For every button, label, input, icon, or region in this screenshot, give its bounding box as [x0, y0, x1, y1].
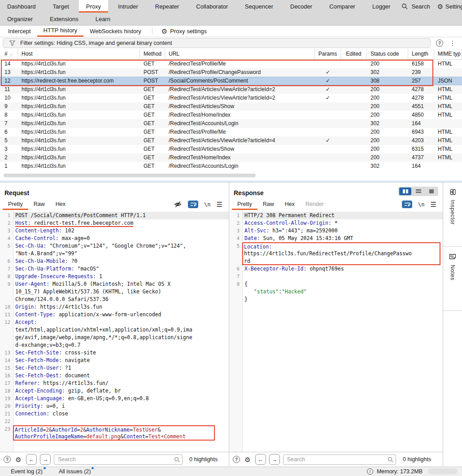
- gear-icon[interactable]: ⚙: [14, 455, 23, 464]
- response-tab-pretty[interactable]: Pretty: [232, 199, 257, 210]
- layout-single-button[interactable]: [425, 188, 437, 195]
- sidebar-tab-inspector[interactable]: Inspector: [443, 183, 462, 247]
- col-length[interactable]: Length: [408, 49, 434, 59]
- sort-chevron-icon: ⌄: [9, 52, 13, 56]
- editor-menu-icon[interactable]: ☰: [431, 201, 436, 209]
- table-row[interactable]: 9https://4rt1cl3s.funGET/RedirectTest/Ar…: [0, 102, 462, 111]
- event-log-button[interactable]: Event log (2): [11, 468, 43, 475]
- response-tab-render[interactable]: Render: [300, 199, 329, 210]
- editor-line: 18Accept-Encoding: gzip, deflate, br: [0, 387, 229, 395]
- filter-settings-button[interactable]: Filter settings: Hiding CSS, image and g…: [3, 38, 431, 48]
- editor-line: "Not-A.Brand";v="99": [0, 250, 229, 258]
- tab-target[interactable]: Target: [46, 0, 76, 13]
- table-row[interactable]: 8https://4rt1cl3s.funGET/RedirectTest/Ho…: [0, 111, 462, 119]
- info-icon[interactable]: i: [367, 468, 373, 475]
- scrollbar-thumb[interactable]: [4, 174, 256, 177]
- tab-repeater[interactable]: Repeater: [148, 0, 186, 13]
- table-cell: https://4rt1cl3s.fun: [18, 112, 140, 118]
- help-icon[interactable]: ?: [233, 456, 240, 463]
- editor-line: 2Host: redirect-test.free.beeceptor.com: [0, 219, 229, 227]
- table-cell: /RedirectTest/Articles/ViewArticle?artic…: [165, 86, 315, 92]
- wrap-lines-button[interactable]: [188, 201, 198, 208]
- request-editor[interactable]: 1POST /Social/Comments/PostComment HTTP/…: [0, 210, 229, 452]
- tab-websockets-history[interactable]: WebSockets history: [83, 26, 148, 37]
- col-host[interactable]: Host: [18, 49, 140, 59]
- main-nav: DashboardTargetProxyIntruderRepeaterColl…: [0, 0, 462, 26]
- response-editor[interactable]: 1HTTP/2 308 Permanent Redirect2Access-Co…: [229, 210, 443, 452]
- table-row[interactable]: 5https://4rt1cl3s.funGET/RedirectTest/Ar…: [0, 136, 462, 145]
- tab-sequencer[interactable]: Sequencer: [238, 0, 280, 13]
- table-row[interactable]: 3https://4rt1cl3s.funGET/RedirectTest/Ar…: [0, 145, 462, 153]
- layout-columns-button[interactable]: [399, 188, 411, 195]
- response-tab-hex[interactable]: Hex: [279, 199, 300, 210]
- http-history-table[interactable]: #⌄ Host Method URL Params Edited Status …: [0, 49, 462, 181]
- table-row[interactable]: 1https://4rt1cl3s.funGET/RedirectTest/Ac…: [0, 162, 462, 170]
- editor-line: 5Sec-Ch-Ua: "Chromium";v="124", "Google …: [0, 242, 229, 250]
- table-row[interactable]: 7https://4rt1cl3s.funGET/RedirectTest/Ac…: [0, 119, 462, 128]
- next-match-button[interactable]: →: [40, 454, 51, 465]
- col-params[interactable]: Params: [315, 49, 341, 59]
- tab-learn[interactable]: Learn: [88, 13, 118, 25]
- table-row[interactable]: 14https://4rt1cl3s.funGET/RedirectTest/P…: [0, 60, 462, 68]
- editor-line: text/html,application/xhtml+xml,applicat…: [0, 326, 229, 334]
- eye-slash-icon[interactable]: [173, 200, 182, 209]
- table-row[interactable]: 11https://4rt1cl3s.funGET/RedirectTest/A…: [0, 85, 462, 94]
- tab-proxy-settings[interactable]: ⚙ Proxy settings: [157, 26, 211, 37]
- request-tab-pretty[interactable]: Pretty: [3, 199, 28, 210]
- table-cell: GET: [140, 86, 165, 92]
- request-search-input[interactable]: [54, 454, 183, 465]
- request-tab-hex[interactable]: Hex: [50, 199, 71, 210]
- global-settings[interactable]: ⚙ Settings: [437, 3, 462, 10]
- tab-dashboard[interactable]: Dashboard: [0, 0, 43, 13]
- tab-logger[interactable]: Logger: [365, 0, 397, 13]
- col-number[interactable]: #⌄: [0, 49, 18, 59]
- kebab-menu-icon[interactable]: ⋮: [449, 40, 456, 46]
- editor-line: 2Access-Control-Allow-Origin: *: [229, 219, 443, 227]
- newline-toggle-icon[interactable]: \n: [204, 201, 210, 208]
- table-horizontal-scrollbar[interactable]: [0, 170, 462, 181]
- sidebar-tab-notes[interactable]: Notes: [443, 247, 462, 311]
- tab-collaborator[interactable]: Collaborator: [189, 0, 235, 13]
- all-issues-button[interactable]: All issues (2): [59, 468, 91, 475]
- table-row[interactable]: 10https://4rt1cl3s.funGET/RedirectTest/A…: [0, 94, 462, 102]
- response-tab-raw[interactable]: Raw: [257, 199, 279, 210]
- editor-menu-icon[interactable]: ☰: [217, 201, 222, 209]
- editor-line: 6Sec-Ch-Ua-Mobile: ?0: [0, 258, 229, 265]
- prev-match-button[interactable]: ←: [255, 454, 266, 465]
- col-status[interactable]: Status code: [367, 49, 408, 59]
- newline-toggle-icon[interactable]: \n: [418, 201, 424, 208]
- table-cell: 200: [367, 61, 408, 67]
- col-method[interactable]: Method: [140, 49, 165, 59]
- editor-line: https://4rt1cl3s.fun/RedirectTest/Profil…: [229, 250, 443, 258]
- table-cell: /RedirectTest/Articles/ViewArticle?artic…: [165, 95, 315, 101]
- editor-line: 10Origin: https://4rt1cl3s.fun: [0, 303, 229, 311]
- next-match-button[interactable]: →: [269, 454, 280, 465]
- layout-rows-button[interactable]: [412, 188, 424, 195]
- help-icon[interactable]: ?: [436, 39, 443, 47]
- global-search[interactable]: Search: [400, 2, 430, 11]
- table-row[interactable]: 6https://4rt1cl3s.funGET/RedirectTest/Pr…: [0, 128, 462, 136]
- wrap-lines-button[interactable]: [402, 201, 412, 208]
- tab-proxy[interactable]: Proxy: [79, 0, 108, 13]
- tab-extensions[interactable]: Extensions: [43, 13, 86, 25]
- notification-dot: [44, 467, 46, 469]
- request-tab-raw[interactable]: Raw: [28, 199, 50, 210]
- col-url[interactable]: URL: [165, 49, 315, 59]
- table-row[interactable]: 12https://redirect-test.free.beeceptor.c…: [0, 77, 462, 85]
- gear-icon[interactable]: ⚙: [243, 455, 252, 464]
- table-row[interactable]: 2https://4rt1cl3s.funGET/RedirectTest/Ho…: [0, 153, 462, 162]
- tab-comparer[interactable]: Comparer: [322, 0, 362, 13]
- table-cell: GET: [140, 120, 165, 127]
- tab-intercept[interactable]: Intercept: [2, 26, 37, 37]
- table-cell: HTML: [434, 112, 462, 118]
- table-row[interactable]: 13https://4rt1cl3s.funPOST/RedirectTest/…: [0, 68, 462, 77]
- prev-match-button[interactable]: ←: [26, 454, 37, 465]
- col-mime[interactable]: MIME typ: [434, 49, 462, 59]
- help-icon[interactable]: ?: [4, 456, 11, 463]
- tab-http-history[interactable]: HTTP history: [37, 26, 84, 37]
- tab-intruder[interactable]: Intruder: [111, 0, 145, 13]
- tab-organizer[interactable]: Organizer: [0, 13, 40, 25]
- col-edited[interactable]: Edited: [341, 49, 367, 59]
- tab-decoder[interactable]: Decoder: [283, 0, 319, 13]
- response-search-input[interactable]: [283, 454, 396, 465]
